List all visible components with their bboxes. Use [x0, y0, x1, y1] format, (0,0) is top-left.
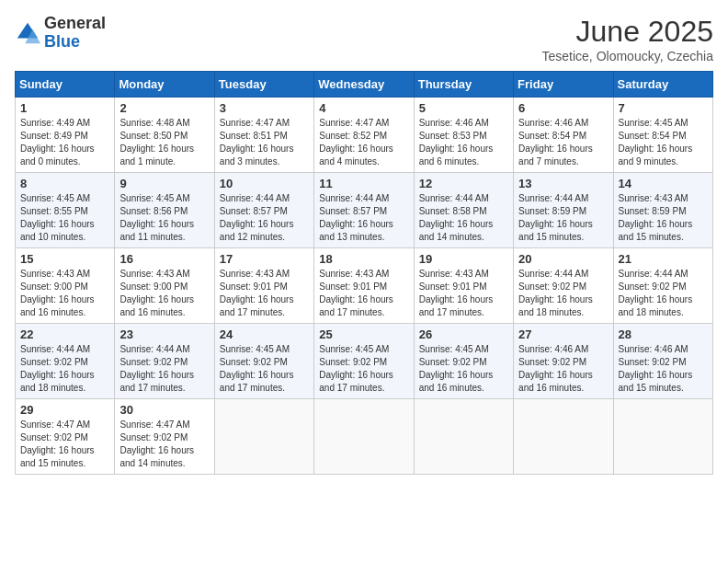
day-number: 16	[119, 252, 209, 266]
calendar-cell	[414, 399, 513, 475]
month-year: June 2025	[542, 15, 713, 49]
cell-content: Sunrise: 4:45 AMSunset: 9:02 PMDaylight:…	[319, 343, 408, 395]
calendar-cell	[613, 399, 712, 475]
calendar-cell: 15Sunrise: 4:43 AMSunset: 9:00 PMDayligh…	[16, 248, 115, 324]
calendar-week-1: 1Sunrise: 4:49 AMSunset: 8:49 PMDaylight…	[16, 98, 713, 173]
calendar-cell: 22Sunrise: 4:44 AMSunset: 9:02 PMDayligh…	[16, 324, 115, 399]
cell-content: Sunrise: 4:44 AMSunset: 8:57 PMDaylight:…	[220, 192, 309, 244]
calendar-week-5: 29Sunrise: 4:47 AMSunset: 9:02 PMDayligh…	[16, 399, 713, 475]
daylight: Daylight: 16 hours and 18 minutes.	[518, 294, 593, 317]
sunrise: Sunrise: 4:44 AM	[20, 344, 90, 354]
sunset: Sunset: 9:02 PM	[319, 357, 387, 367]
calendar-cell: 10Sunrise: 4:44 AMSunset: 8:57 PMDayligh…	[214, 173, 313, 248]
day-number: 26	[419, 327, 508, 341]
daylight: Daylight: 16 hours and 14 minutes.	[119, 445, 194, 468]
sunrise: Sunrise: 4:46 AM	[518, 344, 588, 354]
sunrise: Sunrise: 4:46 AM	[419, 118, 489, 128]
cell-content: Sunrise: 4:44 AMSunset: 9:02 PMDaylight:…	[119, 343, 209, 395]
day-number: 21	[619, 252, 708, 266]
day-number: 13	[518, 177, 608, 190]
cell-content: Sunrise: 4:44 AMSunset: 8:57 PMDaylight:…	[319, 192, 408, 244]
daylight: Daylight: 16 hours and 1 minute.	[119, 144, 194, 167]
calendar-cell: 12Sunrise: 4:44 AMSunset: 8:58 PMDayligh…	[414, 173, 513, 248]
logo-text: General Blue	[44, 15, 106, 52]
daylight: Daylight: 16 hours and 17 minutes.	[319, 370, 393, 393]
calendar-cell: 16Sunrise: 4:43 AMSunset: 9:00 PMDayligh…	[115, 248, 214, 324]
sunset: Sunset: 8:55 PM	[20, 206, 88, 216]
day-number: 8	[20, 177, 109, 190]
sunrise: Sunrise: 4:47 AM	[220, 118, 290, 128]
cell-content: Sunrise: 4:44 AMSunset: 9:02 PMDaylight:…	[20, 343, 109, 395]
cell-content: Sunrise: 4:43 AMSunset: 9:00 PMDaylight:…	[119, 268, 209, 319]
daylight: Daylight: 16 hours and 18 minutes.	[619, 294, 693, 317]
calendar-cell: 17Sunrise: 4:43 AMSunset: 9:01 PMDayligh…	[214, 248, 313, 324]
sunset: Sunset: 8:58 PM	[419, 206, 487, 216]
weekday-header-wednesday: Wednesday	[314, 72, 414, 98]
sunset: Sunset: 9:00 PM	[20, 282, 88, 292]
daylight: Daylight: 16 hours and 10 minutes.	[20, 219, 95, 242]
day-number: 10	[220, 177, 309, 190]
calendar-cell: 29Sunrise: 4:47 AMSunset: 9:02 PMDayligh…	[16, 399, 115, 475]
calendar-cell: 3Sunrise: 4:47 AMSunset: 8:51 PMDaylight…	[214, 98, 313, 173]
sunrise: Sunrise: 4:43 AM	[619, 193, 688, 203]
sunset: Sunset: 9:01 PM	[220, 282, 288, 292]
daylight: Daylight: 16 hours and 17 minutes.	[220, 294, 294, 317]
calendar-cell: 9Sunrise: 4:45 AMSunset: 8:56 PMDaylight…	[115, 173, 214, 248]
title-area: June 2025 Tesetice, Olomoucky, Czechia	[542, 15, 713, 63]
sunset: Sunset: 8:56 PM	[119, 206, 188, 216]
weekday-header-thursday: Thursday	[414, 72, 513, 98]
cell-content: Sunrise: 4:45 AMSunset: 8:54 PMDaylight:…	[619, 117, 708, 168]
logo-general: General	[44, 14, 106, 32]
sunset: Sunset: 9:02 PM	[20, 357, 88, 367]
cell-content: Sunrise: 4:44 AMSunset: 9:02 PMDaylight:…	[619, 268, 708, 319]
day-number: 27	[518, 327, 608, 341]
sunset: Sunset: 8:52 PM	[319, 131, 387, 141]
sunset: Sunset: 9:02 PM	[220, 357, 288, 367]
day-number: 5	[419, 101, 508, 115]
location: Tesetice, Olomoucky, Czechia	[542, 49, 713, 63]
sunrise: Sunrise: 4:47 AM	[119, 419, 189, 430]
day-number: 28	[619, 327, 708, 341]
calendar-cell: 11Sunrise: 4:44 AMSunset: 8:57 PMDayligh…	[314, 173, 414, 248]
sunrise: Sunrise: 4:46 AM	[619, 344, 688, 354]
day-number: 2	[119, 101, 209, 115]
day-number: 4	[319, 101, 408, 115]
sunrise: Sunrise: 4:43 AM	[20, 269, 90, 279]
calendar-cell: 1Sunrise: 4:49 AMSunset: 8:49 PMDaylight…	[16, 98, 115, 173]
calendar-cell: 26Sunrise: 4:45 AMSunset: 9:02 PMDayligh…	[414, 324, 513, 399]
daylight: Daylight: 16 hours and 16 minutes.	[419, 370, 494, 393]
cell-content: Sunrise: 4:43 AMSunset: 9:00 PMDaylight:…	[20, 268, 109, 319]
daylight: Daylight: 16 hours and 16 minutes.	[20, 294, 95, 317]
cell-content: Sunrise: 4:46 AMSunset: 9:02 PMDaylight:…	[518, 343, 608, 395]
daylight: Daylight: 16 hours and 13 minutes.	[319, 219, 393, 242]
day-number: 1	[20, 101, 109, 115]
calendar-table: SundayMondayTuesdayWednesdayThursdayFrid…	[15, 71, 713, 475]
sunset: Sunset: 9:01 PM	[319, 282, 387, 292]
day-number: 6	[518, 101, 608, 115]
sunrise: Sunrise: 4:45 AM	[419, 344, 489, 354]
sunrise: Sunrise: 4:44 AM	[220, 193, 290, 203]
cell-content: Sunrise: 4:45 AMSunset: 9:02 PMDaylight:…	[419, 343, 508, 395]
sunset: Sunset: 8:59 PM	[619, 206, 687, 216]
calendar-cell: 19Sunrise: 4:43 AMSunset: 9:01 PMDayligh…	[414, 248, 513, 324]
calendar-cell: 5Sunrise: 4:46 AMSunset: 8:53 PMDaylight…	[414, 98, 513, 173]
cell-content: Sunrise: 4:43 AMSunset: 9:01 PMDaylight:…	[220, 268, 309, 319]
sunrise: Sunrise: 4:44 AM	[419, 193, 489, 203]
daylight: Daylight: 16 hours and 15 minutes.	[20, 445, 95, 468]
cell-content: Sunrise: 4:43 AMSunset: 8:59 PMDaylight:…	[619, 192, 708, 244]
day-number: 24	[220, 327, 309, 341]
day-number: 30	[119, 403, 209, 417]
daylight: Daylight: 16 hours and 9 minutes.	[619, 144, 693, 167]
sunset: Sunset: 9:00 PM	[119, 282, 188, 292]
sunset: Sunset: 9:02 PM	[619, 357, 687, 367]
logo-icon	[15, 20, 40, 46]
daylight: Daylight: 16 hours and 11 minutes.	[119, 219, 194, 242]
sunrise: Sunrise: 4:44 AM	[619, 269, 688, 279]
calendar-cell: 24Sunrise: 4:45 AMSunset: 9:02 PMDayligh…	[214, 324, 313, 399]
day-number: 23	[119, 327, 209, 341]
calendar-week-2: 8Sunrise: 4:45 AMSunset: 8:55 PMDaylight…	[16, 173, 713, 248]
sunset: Sunset: 9:02 PM	[119, 432, 188, 442]
sunrise: Sunrise: 4:44 AM	[119, 344, 189, 354]
calendar-cell: 25Sunrise: 4:45 AMSunset: 9:02 PMDayligh…	[314, 324, 414, 399]
sunrise: Sunrise: 4:44 AM	[518, 193, 588, 203]
